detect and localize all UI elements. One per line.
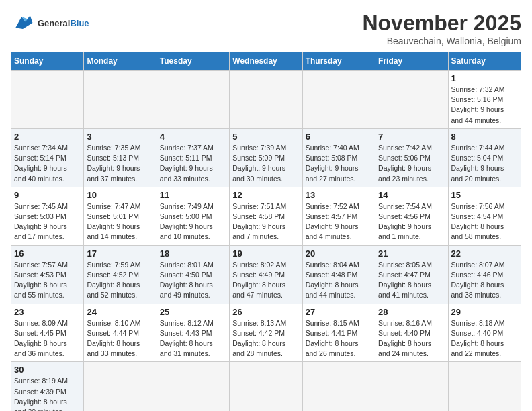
calendar-day-cell: 20Sunrise: 8:04 AM Sunset: 4:48 PM Dayli… [302,245,375,304]
day-info: Sunrise: 8:16 AM Sunset: 4:40 PM Dayligh… [378,318,445,359]
header-friday: Friday [375,52,448,71]
day-number: 26 [232,307,299,317]
day-number: 23 [14,307,81,317]
day-info: Sunrise: 7:52 AM Sunset: 4:57 PM Dayligh… [306,201,372,242]
calendar-day-cell [448,362,521,411]
day-info: Sunrise: 7:44 AM Sunset: 5:04 PM Dayligh… [451,143,518,184]
day-info: Sunrise: 7:32 AM Sunset: 5:16 PM Dayligh… [451,85,518,126]
calendar-day-cell: 2Sunrise: 7:34 AM Sunset: 5:14 PM Daylig… [11,128,84,187]
day-info: Sunrise: 7:42 AM Sunset: 5:06 PM Dayligh… [378,143,445,184]
day-info: Sunrise: 7:51 AM Sunset: 4:58 PM Dayligh… [232,201,299,242]
header-saturday: Saturday [448,52,521,71]
day-info: Sunrise: 7:47 AM Sunset: 5:01 PM Dayligh… [87,201,153,242]
calendar-day-cell: 26Sunrise: 8:13 AM Sunset: 4:42 PM Dayli… [230,304,302,362]
day-number: 7 [378,132,445,142]
day-number: 29 [451,307,518,317]
calendar-day-cell: 22Sunrise: 8:07 AM Sunset: 4:46 PM Dayli… [448,245,521,304]
day-number: 21 [378,248,445,259]
header-sunday: Sunday [11,52,84,71]
calendar-day-cell: 5Sunrise: 7:39 AM Sunset: 5:09 PM Daylig… [230,128,302,187]
calendar-day-cell: 1Sunrise: 7:32 AM Sunset: 5:16 PM Daylig… [448,71,521,129]
logo-text: GeneralBlue [38,18,89,28]
day-info: Sunrise: 8:07 AM Sunset: 4:46 PM Dayligh… [451,260,518,301]
calendar-day-cell: 3Sunrise: 7:35 AM Sunset: 5:13 PM Daylig… [84,128,157,187]
day-info: Sunrise: 7:56 AM Sunset: 4:54 PM Dayligh… [451,201,518,242]
calendar-day-cell: 8Sunrise: 7:44 AM Sunset: 5:04 PM Daylig… [448,128,521,187]
day-info: Sunrise: 7:40 AM Sunset: 5:08 PM Dayligh… [306,143,372,184]
day-info: Sunrise: 7:59 AM Sunset: 4:52 PM Dayligh… [87,260,153,301]
calendar-day-cell: 14Sunrise: 7:54 AM Sunset: 4:56 PM Dayli… [375,187,448,245]
day-info: Sunrise: 7:45 AM Sunset: 5:03 PM Dayligh… [14,201,81,242]
calendar-week-row: 2Sunrise: 7:34 AM Sunset: 5:14 PM Daylig… [11,128,521,187]
calendar-day-cell: 30Sunrise: 8:19 AM Sunset: 4:39 PM Dayli… [11,362,84,411]
month-title: November 2025 [362,11,521,36]
weekday-header-row: Sunday Monday Tuesday Wednesday Thursday… [11,52,521,71]
day-number: 1 [451,73,518,83]
calendar-table: Sunday Monday Tuesday Wednesday Thursday… [11,52,521,411]
calendar-day-cell: 28Sunrise: 8:16 AM Sunset: 4:40 PM Dayli… [375,304,448,362]
calendar-day-cell [11,71,84,129]
calendar-day-cell [157,362,229,411]
day-info: Sunrise: 8:02 AM Sunset: 4:49 PM Dayligh… [232,260,299,301]
day-number: 27 [306,307,372,317]
day-info: Sunrise: 7:54 AM Sunset: 4:56 PM Dayligh… [378,201,445,242]
day-number: 25 [160,307,226,317]
day-info: Sunrise: 8:09 AM Sunset: 4:45 PM Dayligh… [14,318,81,359]
calendar-day-cell: 12Sunrise: 7:51 AM Sunset: 4:58 PM Dayli… [230,187,302,245]
day-info: Sunrise: 8:18 AM Sunset: 4:40 PM Dayligh… [451,318,518,359]
logo-bird-icon [11,11,35,35]
calendar-day-cell: 25Sunrise: 8:12 AM Sunset: 4:43 PM Dayli… [157,304,229,362]
calendar-day-cell: 4Sunrise: 7:37 AM Sunset: 5:11 PM Daylig… [157,128,229,187]
day-number: 15 [451,190,518,200]
calendar-week-row: 16Sunrise: 7:57 AM Sunset: 4:53 PM Dayli… [11,245,521,304]
day-info: Sunrise: 7:35 AM Sunset: 5:13 PM Dayligh… [87,143,153,184]
calendar-week-row: 1Sunrise: 7:32 AM Sunset: 5:16 PM Daylig… [11,71,521,129]
header-monday: Monday [84,52,157,71]
day-number: 6 [306,132,372,142]
calendar-day-cell: 9Sunrise: 7:45 AM Sunset: 5:03 PM Daylig… [11,187,84,245]
day-info: Sunrise: 7:37 AM Sunset: 5:11 PM Dayligh… [160,143,226,184]
calendar-day-cell: 10Sunrise: 7:47 AM Sunset: 5:01 PM Dayli… [84,187,157,245]
header-tuesday: Tuesday [157,52,229,71]
calendar-week-row: 9Sunrise: 7:45 AM Sunset: 5:03 PM Daylig… [11,187,521,245]
day-info: Sunrise: 8:19 AM Sunset: 4:39 PM Dayligh… [14,376,81,411]
day-info: Sunrise: 7:49 AM Sunset: 5:00 PM Dayligh… [160,201,226,242]
day-number: 5 [232,132,299,142]
calendar-day-cell: 11Sunrise: 7:49 AM Sunset: 5:00 PM Dayli… [157,187,229,245]
day-number: 18 [160,248,226,259]
calendar-week-row: 23Sunrise: 8:09 AM Sunset: 4:45 PM Dayli… [11,304,521,362]
title-block: November 2025 Beauvechain, Wallonia, Bel… [362,11,521,46]
calendar-day-cell [375,362,448,411]
calendar-day-cell: 29Sunrise: 8:18 AM Sunset: 4:40 PM Dayli… [448,304,521,362]
day-info: Sunrise: 7:34 AM Sunset: 5:14 PM Dayligh… [14,143,81,184]
day-number: 28 [378,307,445,317]
day-info: Sunrise: 8:13 AM Sunset: 4:42 PM Dayligh… [232,318,299,359]
subtitle: Beauvechain, Wallonia, Belgium [362,36,521,46]
day-info: Sunrise: 7:39 AM Sunset: 5:09 PM Dayligh… [232,143,299,184]
calendar-day-cell [157,71,229,129]
calendar-day-cell [375,71,448,129]
calendar-day-cell: 6Sunrise: 7:40 AM Sunset: 5:08 PM Daylig… [302,128,375,187]
logo: GeneralBlue [11,11,89,35]
calendar-day-cell: 18Sunrise: 8:01 AM Sunset: 4:50 PM Dayli… [157,245,229,304]
day-info: Sunrise: 8:10 AM Sunset: 4:44 PM Dayligh… [87,318,153,359]
day-number: 8 [451,132,518,142]
day-number: 10 [87,190,153,200]
calendar-day-cell [230,71,302,129]
calendar-day-cell [84,71,157,129]
calendar-day-cell: 21Sunrise: 8:05 AM Sunset: 4:47 PM Dayli… [375,245,448,304]
day-number: 11 [160,190,226,200]
calendar-day-cell: 17Sunrise: 7:59 AM Sunset: 4:52 PM Dayli… [84,245,157,304]
day-number: 30 [14,365,81,375]
header-thursday: Thursday [302,52,375,71]
calendar-day-cell [84,362,157,411]
svg-marker-0 [15,15,32,29]
page-header: GeneralBlue November 2025 Beauvechain, W… [11,11,521,46]
day-number: 17 [87,248,153,259]
day-info: Sunrise: 7:57 AM Sunset: 4:53 PM Dayligh… [14,260,81,301]
day-number: 14 [378,190,445,200]
day-number: 9 [14,190,81,200]
day-info: Sunrise: 8:01 AM Sunset: 4:50 PM Dayligh… [160,260,226,301]
calendar-day-cell: 19Sunrise: 8:02 AM Sunset: 4:49 PM Dayli… [230,245,302,304]
calendar-day-cell [302,71,375,129]
